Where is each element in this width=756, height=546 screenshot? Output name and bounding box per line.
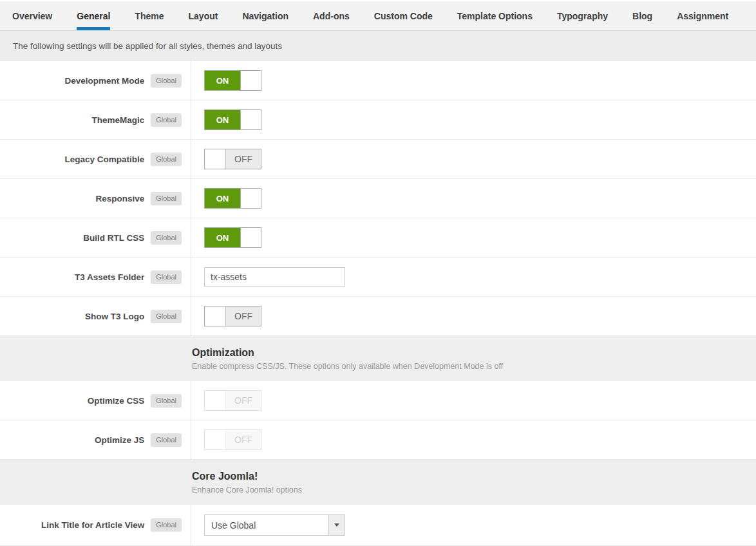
field-control-cell: ON [191, 61, 756, 100]
row-build-rtl-css: Build RTL CSS Global ON [0, 218, 756, 258]
row-responsive: Responsive Global ON [0, 179, 756, 218]
field-label-cell: Optimize CSS Global [0, 381, 191, 420]
toggle-on-segment: ON [205, 228, 240, 247]
toggle-handle [205, 306, 225, 326]
row-development-mode: Development Mode Global ON [0, 61, 756, 100]
responsive-toggle[interactable]: ON [204, 188, 261, 209]
field-label: Show T3 Logo [85, 312, 144, 321]
select-dropdown-button[interactable] [328, 515, 345, 535]
toggle-off-segment: OFF [225, 430, 261, 449]
toggle-off-segment: OFF [225, 306, 261, 326]
field-label: Legacy Compatible [64, 155, 144, 164]
field-control-cell: OFF [191, 140, 756, 178]
tab-assignment[interactable]: Assignment [665, 1, 741, 30]
notice-bar: The following settings will be applied f… [0, 31, 756, 61]
link-title-select[interactable]: Use Global [204, 514, 345, 536]
section-description: Enhance Core Joomla! options [192, 485, 756, 494]
row-t3-assets-folder: T3 Assets Folder Global [0, 258, 756, 297]
field-label-cell: Build RTL CSS Global [0, 218, 191, 257]
toggle-handle [205, 149, 225, 169]
tab-navigation[interactable]: Navigation [230, 1, 301, 30]
tab-typography[interactable]: Typography [545, 1, 620, 30]
field-label: T3 Assets Folder [75, 272, 144, 282]
legacy-compatible-toggle[interactable]: OFF [204, 149, 261, 169]
tab-add-ons[interactable]: Add-ons [301, 1, 362, 30]
chevron-down-icon [334, 523, 339, 527]
build-rtl-css-toggle[interactable]: ON [204, 227, 261, 248]
row-link-title-article-view: Link Title for Article View Global Use G… [0, 505, 756, 546]
toggle-on-segment: ON [205, 189, 240, 208]
section-title: Optimization [192, 347, 756, 359]
row-optimize-js: Optimize JS Global OFF [0, 420, 756, 460]
toggle-off-segment: OFF [225, 391, 261, 410]
field-label-cell: Development Mode Global [0, 61, 191, 100]
toggle-on-segment: ON [205, 110, 240, 129]
global-badge: Global [151, 74, 182, 88]
global-badge: Global [151, 518, 182, 532]
settings-panel: Development Mode Global ON ThemeMagic Gl… [0, 61, 756, 546]
field-label-cell: Show T3 Logo Global [0, 297, 191, 335]
field-control-cell: ON [191, 100, 756, 139]
field-control-cell: ON [191, 179, 756, 218]
toggle-off-segment: OFF [225, 149, 261, 169]
tab-layout[interactable]: Layout [176, 1, 231, 30]
field-label: ThemeMagic [91, 115, 144, 125]
notice-text: The following settings will be applied f… [13, 41, 282, 51]
tab-overview[interactable]: Overview [0, 1, 64, 30]
field-label-cell: T3 Assets Folder Global [0, 258, 191, 296]
tab-general[interactable]: General [64, 1, 122, 30]
field-label-cell: Optimize JS Global [0, 420, 191, 459]
tab-custom-code[interactable]: Custom Code [362, 1, 445, 30]
field-control-cell: ON [191, 218, 756, 257]
section-optimization: Optimization Enable compress CSS/JS. The… [0, 336, 756, 381]
row-legacy-compatible: Legacy Compatible Global OFF [0, 140, 756, 179]
field-label-cell: ThemeMagic Global [0, 100, 191, 139]
field-label: Link Title for Article View [41, 520, 144, 530]
section-description: Enable compress CSS/JS. These options on… [192, 362, 756, 371]
row-show-t3-logo: Show T3 Logo Global OFF [0, 297, 756, 336]
global-badge: Global [151, 153, 182, 166]
field-control-cell [191, 258, 756, 296]
toggle-handle [205, 391, 225, 410]
global-badge: Global [151, 394, 182, 408]
field-label: Development Mode [64, 76, 144, 86]
field-label: Optimize CSS [88, 396, 145, 406]
thememagic-toggle[interactable]: ON [204, 109, 261, 130]
development-mode-toggle[interactable]: ON [204, 70, 261, 91]
select-value: Use Global [205, 515, 328, 535]
row-thememagic: ThemeMagic Global ON [0, 100, 756, 140]
toggle-handle [240, 189, 261, 208]
field-control-cell: OFF [191, 381, 756, 420]
field-label: Optimize JS [95, 435, 144, 445]
tab-bar: Overview General Theme Layout Navigation… [0, 0, 756, 31]
section-core-joomla: Core Joomla! Enhance Core Joomla! option… [0, 460, 756, 505]
field-control-cell: Use Global [191, 505, 756, 545]
field-label: Responsive [95, 194, 144, 203]
field-label: Build RTL CSS [83, 233, 144, 243]
global-badge: Global [151, 433, 182, 447]
global-badge: Global [151, 310, 182, 323]
global-badge: Global [151, 270, 182, 284]
toggle-handle [240, 110, 261, 129]
t3-assets-folder-input[interactable] [204, 267, 345, 287]
global-badge: Global [151, 231, 182, 245]
optimize-js-toggle: OFF [204, 429, 261, 450]
optimize-css-toggle: OFF [204, 390, 261, 411]
toggle-on-segment: ON [205, 71, 240, 90]
tab-theme[interactable]: Theme [122, 1, 176, 30]
section-title: Core Joomla! [192, 471, 756, 482]
row-optimize-css: Optimize CSS Global OFF [0, 381, 756, 420]
global-badge: Global [151, 192, 182, 205]
tab-template-options[interactable]: Template Options [445, 1, 545, 30]
field-label-cell: Link Title for Article View Global [0, 505, 191, 545]
show-t3-logo-toggle[interactable]: OFF [204, 306, 261, 326]
toggle-handle [205, 430, 225, 449]
field-label-cell: Legacy Compatible Global [0, 140, 191, 178]
field-label-cell: Responsive Global [0, 179, 191, 218]
toggle-handle [240, 71, 261, 90]
global-badge: Global [151, 113, 182, 127]
toggle-handle [240, 228, 261, 247]
field-control-cell: OFF [191, 420, 756, 459]
field-control-cell: OFF [191, 297, 756, 335]
tab-blog[interactable]: Blog [620, 1, 665, 30]
